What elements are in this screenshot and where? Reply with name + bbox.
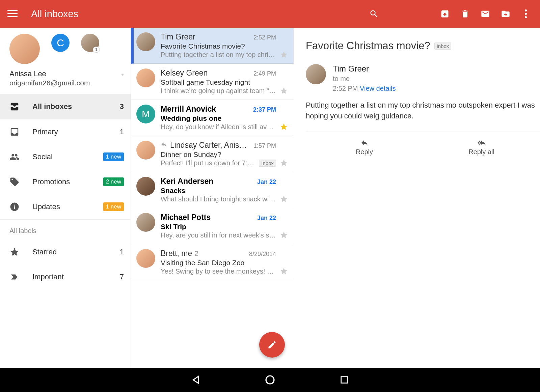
nav-count: 1 xyxy=(120,248,124,256)
star-icon[interactable] xyxy=(280,123,288,131)
move-to-button[interactable] xyxy=(495,4,516,23)
reply-icon xyxy=(359,139,370,147)
archive-button[interactable] xyxy=(435,4,455,23)
delete-button[interactable] xyxy=(455,4,475,23)
star-icon[interactable] xyxy=(280,267,288,275)
thread-avatar[interactable] xyxy=(136,249,155,268)
nav-count: 1 xyxy=(120,128,124,136)
thread-snippet: Putting together a list on my top christ… xyxy=(161,51,276,59)
thread-item[interactable]: Brett, me 28/29/2014Visiting the San Die… xyxy=(131,244,294,280)
star-icon[interactable] xyxy=(280,231,288,239)
reply-indicator-icon xyxy=(161,141,167,148)
view-details-link[interactable]: View details xyxy=(360,85,396,92)
thread-sender: Brett, me 2 xyxy=(161,249,246,258)
archive-icon xyxy=(440,9,450,19)
nav-label: Starred xyxy=(32,248,107,256)
thread-item[interactable]: Michael PottsJan 22Ski TripHey, are you … xyxy=(131,208,294,244)
account-switcher[interactable]: Anissa Lee origamifan26@gmail.com xyxy=(0,67,131,94)
thread-item[interactable]: Lindsay Carter, Anissa Lee 31:57 PMDinne… xyxy=(131,136,294,172)
thread-sender: Kelsey Green xyxy=(161,68,251,78)
nav-label: Promotions xyxy=(32,177,90,186)
main-area: C 1 Anissa Lee origamifan26@gmail.com Al… xyxy=(0,28,540,368)
people-icon xyxy=(9,152,20,162)
message-body: Putting together a list on my top christ… xyxy=(306,100,540,121)
compose-button[interactable] xyxy=(259,332,285,358)
mark-unread-button[interactable] xyxy=(475,4,495,23)
thread-sender: Lindsay Carter, Anissa Lee 3 xyxy=(170,141,251,150)
search-button[interactable] xyxy=(364,4,384,23)
thread-sender: Merrill Anovick xyxy=(161,105,250,114)
thread-time: 1:57 PM xyxy=(253,142,276,149)
android-nav-bar xyxy=(0,368,540,392)
label-chip[interactable]: Inbox xyxy=(434,43,452,50)
nav-starred[interactable]: Starred 1 xyxy=(0,240,131,264)
star-icon[interactable] xyxy=(280,51,288,59)
thread-avatar[interactable] xyxy=(136,213,155,232)
thread-avatar[interactable] xyxy=(136,141,155,160)
nav-social[interactable]: Social 1 new xyxy=(0,144,131,169)
android-back-button[interactable] xyxy=(189,373,202,387)
menu-icon[interactable] xyxy=(7,10,18,18)
nav-updates[interactable]: Updates 1 new xyxy=(0,194,131,219)
message-time: 2:52 PM xyxy=(333,85,358,92)
thread-time: Jan 22 xyxy=(257,215,276,222)
reply-all-icon xyxy=(477,139,487,147)
reply-all-label: Reply all xyxy=(468,148,494,156)
thread-avatar[interactable]: M xyxy=(136,105,155,123)
thread-avatar[interactable] xyxy=(136,177,155,196)
secondary-account-avatar[interactable]: C xyxy=(51,34,70,52)
nav-label: Updates xyxy=(32,202,90,211)
overflow-menu-button[interactable] xyxy=(516,4,536,23)
thread-item[interactable]: Kelsey Green2:49 PMSoftball game Tuesday… xyxy=(131,64,294,100)
kebab-icon xyxy=(525,9,527,18)
mail-icon xyxy=(481,9,490,19)
pencil-icon xyxy=(267,340,277,349)
nav-important[interactable]: Important 7 xyxy=(0,264,131,289)
nav-count: 3 xyxy=(120,102,124,111)
nav-count: 7 xyxy=(120,273,124,281)
account-email: origamifan26@gmail.com xyxy=(9,79,90,87)
folder-move-icon xyxy=(501,9,510,19)
star-icon[interactable] xyxy=(280,87,288,95)
thread-item[interactable]: Keri AndersenJan 22SnacksWhat should I b… xyxy=(131,172,294,208)
thread-time: 2:52 PM xyxy=(253,34,276,41)
thread-item[interactable]: MMerrill Anovick2:37 PMWedding plus oneH… xyxy=(131,100,294,136)
thread-subject: Ski Trip xyxy=(161,223,276,231)
star-icon[interactable] xyxy=(280,159,288,167)
sender-name: Tim Greer xyxy=(333,64,396,74)
nav-badge: 1 new xyxy=(103,152,124,161)
thread-item[interactable]: Tim Greer2:52 PMFavorite Christmas movie… xyxy=(131,28,294,64)
reply-label: Reply xyxy=(356,148,373,156)
nav-label: Important xyxy=(32,273,107,281)
thread-sender: Tim Greer xyxy=(161,32,251,41)
tag-icon xyxy=(9,177,20,187)
android-recents-button[interactable] xyxy=(338,373,351,387)
third-account-avatar[interactable]: 1 xyxy=(81,34,99,52)
navigation-drawer: C 1 Anissa Lee origamifan26@gmail.com Al… xyxy=(0,28,131,368)
svg-point-0 xyxy=(266,376,274,384)
thread-time: 2:49 PM xyxy=(253,70,276,77)
nav-label: All inboxes xyxy=(32,102,107,111)
thread-avatar[interactable] xyxy=(136,32,155,51)
search-icon xyxy=(369,9,379,19)
chevron-down-icon xyxy=(120,72,125,79)
thread-subject: Visiting the San Diego Zoo xyxy=(161,259,276,267)
app-topbar: All inboxes xyxy=(0,0,540,28)
nav-promotions[interactable]: Promotions 2 new xyxy=(0,169,131,194)
current-account-avatar[interactable] xyxy=(9,34,40,64)
sender-avatar[interactable] xyxy=(306,64,326,84)
page-title: All inboxes xyxy=(31,8,78,20)
nav-all-inboxes[interactable]: All inboxes 3 xyxy=(0,94,131,119)
thread-subject: Dinner on Sunday? xyxy=(161,150,276,159)
thread-avatar[interactable] xyxy=(136,68,155,87)
star-icon[interactable] xyxy=(280,195,288,203)
nav-primary[interactable]: Primary 1 xyxy=(0,119,131,144)
important-icon xyxy=(9,272,20,282)
inbox-icon xyxy=(9,127,20,137)
nav-badge: 1 new xyxy=(103,202,124,211)
star-icon xyxy=(9,247,20,257)
reply-button[interactable]: Reply xyxy=(306,139,423,156)
reply-all-button[interactable]: Reply all xyxy=(423,139,540,156)
android-home-button[interactable] xyxy=(263,373,277,387)
thread-time: 8/29/2014 xyxy=(249,251,276,258)
